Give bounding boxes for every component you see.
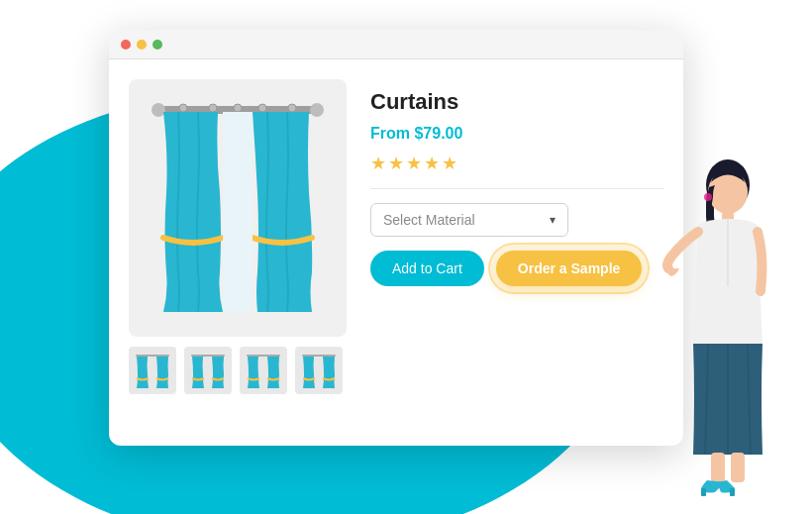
svg-point-2 bbox=[310, 103, 324, 117]
svg-point-5 bbox=[234, 104, 242, 112]
select-material-label: Select Material bbox=[383, 212, 475, 228]
product-image-area bbox=[129, 79, 347, 426]
product-price: From $79.00 bbox=[370, 125, 663, 143]
product-title: Curtains bbox=[370, 89, 663, 115]
svg-rect-19 bbox=[701, 488, 706, 496]
divider bbox=[370, 188, 663, 189]
person-figure bbox=[654, 148, 782, 504]
svg-point-4 bbox=[209, 104, 217, 112]
svg-point-15 bbox=[704, 193, 712, 201]
add-to-cart-button[interactable]: Add to Cart bbox=[370, 251, 484, 286]
thumbnail-2[interactable] bbox=[184, 347, 232, 394]
window-dot-green[interactable] bbox=[152, 40, 162, 50]
svg-rect-18 bbox=[731, 453, 745, 482]
browser-window: Curtains From $79.00 ★ ★ ★ ★ ★ Select Ma… bbox=[109, 30, 683, 446]
thumbnails-row bbox=[129, 347, 347, 394]
window-dot-red[interactable] bbox=[121, 40, 131, 50]
svg-point-1 bbox=[152, 103, 165, 117]
svg-point-6 bbox=[258, 104, 266, 112]
svg-rect-20 bbox=[730, 488, 735, 496]
product-info: Curtains From $79.00 ★ ★ ★ ★ ★ Select Ma… bbox=[370, 79, 663, 426]
thumbnail-3[interactable] bbox=[240, 347, 287, 394]
select-material-dropdown[interactable]: Select Material ▾ bbox=[370, 203, 568, 237]
order-sample-button[interactable]: Order a Sample bbox=[496, 251, 643, 286]
svg-rect-17 bbox=[711, 453, 725, 482]
window-dot-yellow[interactable] bbox=[137, 40, 147, 50]
star-5: ★ bbox=[442, 153, 457, 174]
curtain-illustration bbox=[149, 94, 327, 322]
star-2: ★ bbox=[388, 153, 404, 174]
svg-rect-8 bbox=[223, 112, 253, 312]
star-4: ★ bbox=[424, 153, 440, 174]
product-main-image bbox=[129, 79, 347, 337]
svg-rect-9 bbox=[136, 355, 169, 357]
star-1: ★ bbox=[370, 153, 386, 174]
action-buttons: Add to Cart Order a Sample bbox=[370, 251, 663, 286]
svg-point-7 bbox=[288, 104, 296, 112]
thumbnail-1[interactable] bbox=[129, 347, 176, 394]
browser-titlebar bbox=[109, 30, 683, 59]
thumbnail-4[interactable] bbox=[295, 347, 343, 394]
svg-rect-10 bbox=[191, 355, 225, 357]
star-rating: ★ ★ ★ ★ ★ bbox=[370, 153, 663, 174]
star-3: ★ bbox=[406, 153, 422, 174]
order-sample-wrapper: Order a Sample bbox=[496, 251, 643, 286]
svg-rect-12 bbox=[302, 355, 336, 357]
chevron-down-icon: ▾ bbox=[550, 213, 556, 227]
svg-point-3 bbox=[179, 104, 187, 112]
browser-content: Curtains From $79.00 ★ ★ ★ ★ ★ Select Ma… bbox=[109, 59, 683, 446]
svg-rect-11 bbox=[247, 355, 280, 357]
